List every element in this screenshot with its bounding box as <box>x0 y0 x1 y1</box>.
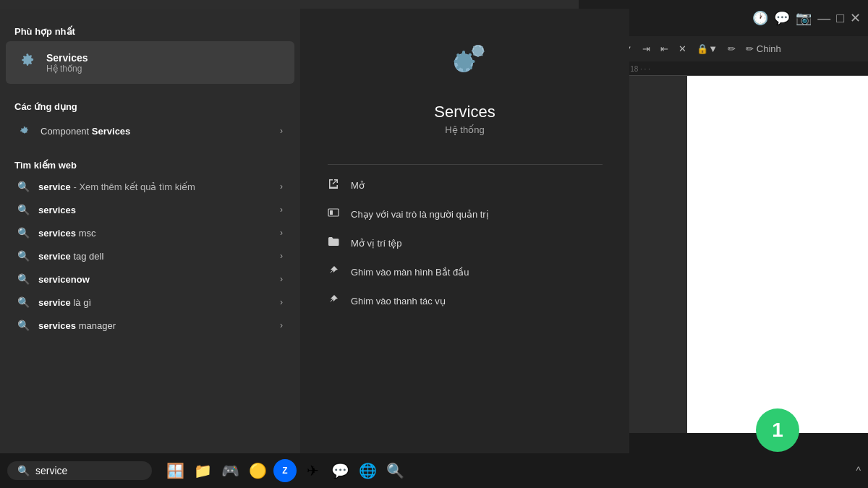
taskbar-right: ^ <box>856 465 861 476</box>
web-search-text-5: service là gì <box>38 297 91 308</box>
web-search-left-3: 🔍 service tag dell <box>17 250 103 262</box>
zalo-taskbar-icon[interactable]: Z <box>273 459 297 482</box>
component-services-item[interactable]: Component Services › <box>6 116 294 145</box>
services-gear-icon <box>17 50 38 75</box>
store-taskbar-icon[interactable]: 🟡 <box>246 459 269 482</box>
detail-action-pin-taskbar[interactable]: Ghim vào thanh tác vụ <box>315 286 615 315</box>
web-search-text-6: services manager <box>38 320 116 331</box>
chat-icon[interactable]: 💬 <box>774 10 790 26</box>
web-search-item-6[interactable]: 🔍 services manager › <box>6 314 294 337</box>
detail-gear-icon <box>436 38 494 91</box>
files-taskbar-icon[interactable]: 📁 <box>191 459 214 482</box>
detail-action-open[interactable]: Mở <box>315 171 615 200</box>
detail-separator <box>328 164 603 165</box>
open-label: Mở <box>351 180 365 191</box>
web-search-left-4: 🔍 servicenow <box>17 273 90 285</box>
best-match-title: Services <box>46 52 88 64</box>
telegram-taskbar-icon[interactable]: ✈ <box>301 459 324 482</box>
pin-taskbar-label: Ghim vào thanh tác vụ <box>351 296 446 307</box>
search-icon-4: 🔍 <box>17 273 30 285</box>
best-match-subtitle: Hệ thống <box>46 64 88 74</box>
apps-section-label: Các ứng dụng <box>0 95 300 116</box>
best-match-label: Phù hợp nhất <box>0 20 300 41</box>
toolbar-strike-icon[interactable]: ✕ <box>676 42 689 56</box>
search-icon-2: 🔍 <box>17 227 30 239</box>
chinh-label: ✏ Chinh <box>743 42 784 56</box>
web-search-item-4[interactable]: 🔍 servicenow › <box>6 267 294 291</box>
web-search-item-1[interactable]: 🔍 services › <box>6 198 294 221</box>
taskbar: 🔍 service 🪟 📁 🎮 🟡 Z ✈ 💬 🌐 🔍 ^ <box>0 453 868 488</box>
pin-start-label: Ghim vào màn hình Bắt đầu <box>351 267 469 278</box>
location-label: Mở vị trí tệp <box>351 238 402 249</box>
web-arrow-0: › <box>280 181 283 192</box>
toolbar-lock-icon[interactable]: 🔒▼ <box>694 42 720 56</box>
search-icon-3: 🔍 <box>17 250 30 262</box>
component-services-left: Component Services <box>17 124 130 138</box>
web-arrow-2: › <box>280 228 283 238</box>
web-search-item-5[interactable]: 🔍 service là gì › <box>6 291 294 314</box>
toolbar-indent-icon[interactable]: ⇥ <box>639 42 653 56</box>
web-arrow-4: › <box>280 274 283 284</box>
search-icon: 🔍 <box>17 465 30 476</box>
open-icon <box>326 178 341 192</box>
web-search-left-2: 🔍 services msc <box>17 227 96 239</box>
toolbar-outdent-icon[interactable]: ⇤ <box>658 42 671 56</box>
web-search-text-0: service - Xem thêm kết quả tìm kiếm <box>38 181 195 192</box>
component-services-label: Component Services <box>41 126 130 137</box>
toolbar-edit-icon[interactable]: ✏ <box>725 42 739 56</box>
web-search-left-6: 🔍 services manager <box>17 320 116 331</box>
search-icon-0: 🔍 <box>17 181 30 192</box>
search-query: service <box>35 465 67 476</box>
admin-label: Chạy với vai trò là người quản trị <box>351 209 489 220</box>
web-search-left-1: 🔍 services <box>17 204 76 215</box>
web-search-text-3: service tag dell <box>38 251 103 262</box>
folder-icon <box>326 236 341 250</box>
web-search-text-4: servicenow <box>38 274 90 285</box>
detail-subtitle: Hệ thống <box>445 124 484 135</box>
close-icon[interactable]: ✕ <box>850 10 861 26</box>
best-match-text: Services Hệ thống <box>46 52 88 74</box>
svg-rect-5 <box>330 210 333 215</box>
taskbar-chevron-icon[interactable]: ^ <box>856 465 861 476</box>
search-panel: Phù hợp nhất Services Hệ thống Các ứng d… <box>0 9 300 453</box>
web-arrow-3: › <box>280 251 283 261</box>
detail-panel: Services Hệ thống Mở Chạy với vai trò là… <box>300 9 629 453</box>
web-arrow-1: › <box>280 205 283 215</box>
web-search-item-0[interactable]: 🔍 service - Xem thêm kết quả tìm kiếm › <box>6 175 294 198</box>
detail-action-pin-start[interactable]: Ghim vào màn hình Bắt đầu <box>315 257 615 286</box>
web-search-text-1: services <box>38 205 76 215</box>
chrome-taskbar-icon[interactable]: 🌐 <box>356 459 379 482</box>
web-search-text-2: services msc <box>38 228 96 239</box>
search-icon-1: 🔍 <box>17 204 30 215</box>
start-menu: Phù hợp nhất Services Hệ thống Các ứng d… <box>0 9 629 453</box>
windows-taskbar-icon[interactable]: 🪟 <box>163 459 187 482</box>
component-services-arrow: › <box>280 126 283 136</box>
component-services-icon <box>17 124 32 138</box>
search-icon-6: 🔍 <box>17 320 30 331</box>
best-match-item-services[interactable]: Services Hệ thống <box>6 41 294 84</box>
detail-action-admin[interactable]: Chạy với vai trò là người quản trị <box>315 200 615 228</box>
camera-icon[interactable]: 📷 <box>796 10 812 26</box>
web-search-label: Tìm kiếm web <box>0 154 300 175</box>
pin-taskbar-icon <box>326 294 341 308</box>
taskbar-apps: 🪟 📁 🎮 🟡 Z ✈ 💬 🌐 🔍 <box>163 459 407 482</box>
maximize-icon[interactable]: □ <box>836 11 844 26</box>
history-icon[interactable]: 🕐 <box>752 10 768 26</box>
detail-title: Services <box>434 103 495 121</box>
step-badge: 1 <box>756 408 799 452</box>
gaming-taskbar-icon[interactable]: 🎮 <box>218 459 242 482</box>
taskbar-search-box[interactable]: 🔍 service <box>7 461 152 480</box>
messenger-taskbar-icon[interactable]: 💬 <box>328 459 352 482</box>
web-search-left-5: 🔍 service là gì <box>17 296 91 308</box>
web-search-item-2[interactable]: 🔍 services msc › <box>6 221 294 244</box>
web-arrow-6: › <box>280 320 283 330</box>
web-search-left-0: 🔍 service - Xem thêm kết quả tìm kiếm <box>17 181 195 192</box>
detail-action-location[interactable]: Mở vị trí tệp <box>315 228 615 257</box>
web-arrow-5: › <box>280 297 283 307</box>
admin-icon <box>326 207 341 221</box>
search-icon-5: 🔍 <box>17 296 30 308</box>
web-search-item-3[interactable]: 🔍 service tag dell › <box>6 244 294 267</box>
pin-start-icon <box>326 265 341 279</box>
search-taskbar-icon2[interactable]: 🔍 <box>383 459 407 482</box>
minimize-icon[interactable]: — <box>817 11 830 26</box>
